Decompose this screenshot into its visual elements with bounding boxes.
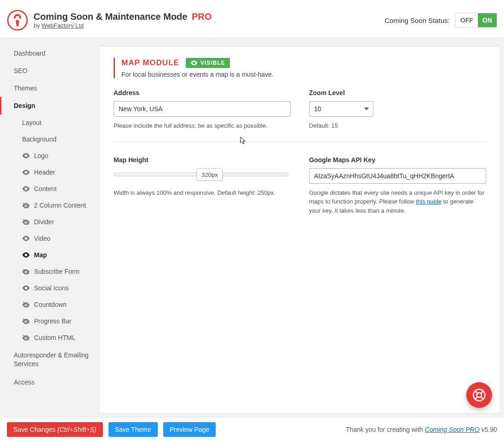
eye-icon [22, 252, 30, 258]
help-fab[interactable] [466, 382, 492, 408]
status-label: Coming Soon Status: [384, 17, 450, 24]
sidebar-sub-label: Layout [22, 119, 41, 126]
save-changes-button[interactable]: Save Changes (Ctrl+Shift+S) [7, 422, 103, 437]
sidebar-item-dashboard[interactable]: Dashboard [0, 45, 99, 62]
visible-badge[interactable]: VISIBLE [186, 58, 230, 68]
address-label: Address [114, 89, 291, 96]
sidebar-sub-item[interactable]: Header [0, 164, 99, 181]
logo-icon [7, 10, 28, 31]
sidebar-item-themes[interactable]: Themes [0, 79, 99, 97]
app-title: Coming Soon & Maintenance Mode PRO [34, 11, 212, 22]
sidebar-sub-label: Background [22, 136, 57, 143]
sidebar-sub-item[interactable]: Countdown [0, 296, 99, 313]
main-panel: MAP MODULE VISIBLE For local businesses … [99, 46, 500, 413]
height-help: Width is always 100% and responsive. Def… [114, 188, 291, 198]
slider-handle[interactable]: 320px [196, 168, 223, 181]
sidebar-sub-item[interactable]: Map [0, 247, 99, 263]
eye-icon [22, 285, 30, 291]
field-divider [114, 141, 486, 142]
sidebar-sub-item[interactable]: Subscribe Form [0, 263, 99, 280]
sidebar-sub-item[interactable]: Content [0, 181, 99, 197]
slider-fill [114, 173, 210, 176]
sidebar-sub-label: Progress Bar [34, 317, 72, 325]
sidebar-sub-label: Countdown [34, 301, 67, 308]
sidebar-sub-item[interactable]: Layout [0, 114, 99, 131]
svg-line-11 [475, 397, 477, 399]
footer-credit: Thank you for creating with Coming Soon … [346, 426, 497, 433]
height-label: Map Height [114, 156, 291, 164]
preview-page-button[interactable]: Preview Page [163, 422, 216, 437]
sidebar-sub-item[interactable]: 2 Column Content [0, 197, 99, 214]
eye-icon [22, 153, 30, 159]
toggle-on[interactable]: ON [478, 13, 497, 27]
address-help: Please include the full address; be as s… [114, 121, 291, 130]
sidebar-sub-item[interactable]: Video [0, 230, 99, 247]
svg-line-12 [481, 397, 483, 399]
toggle-off[interactable]: OFF [456, 13, 478, 27]
apikey-help: Google dictates that every site needs a … [309, 188, 486, 215]
footer-bar: Save Changes (Ctrl+Shift+S) Save Theme P… [0, 417, 504, 441]
sidebar-item-autoresponder[interactable]: Autoresponder & Emailing Services [0, 346, 99, 373]
sidebar-sub-item[interactable]: Background [0, 131, 99, 147]
sidebar-sub-label: Map [34, 251, 47, 259]
eye-off-icon [22, 318, 30, 324]
eye-off-icon [22, 202, 30, 209]
zoom-select[interactable]: 10 [309, 101, 373, 117]
svg-line-10 [481, 391, 483, 393]
status-toggle[interactable]: OFF ON [455, 13, 497, 28]
eye-icon [22, 235, 30, 242]
apikey-input[interactable] [309, 168, 486, 184]
eye-off-icon [22, 301, 30, 308]
zoom-help: Default: 15 [309, 121, 486, 130]
eye-icon [22, 169, 30, 175]
sidebar-sub-label: Social Icons [34, 284, 69, 292]
sidebar-sub-item[interactable]: Divider [0, 214, 99, 230]
eye-icon [190, 60, 198, 66]
workspace: Dashboard SEO Themes Design LayoutBackgr… [0, 38, 504, 417]
footer-credit-link[interactable]: Coming Soon PRO [425, 426, 480, 433]
sidebar-item-access[interactable]: Access [0, 373, 99, 391]
sidebar: Dashboard SEO Themes Design LayoutBackgr… [0, 38, 99, 417]
sidebar-sub-label: Video [34, 235, 51, 242]
form-grid: Address Please include the full address;… [114, 89, 486, 215]
module-desc: For local businesses or events a map is … [121, 71, 486, 78]
eye-icon [22, 186, 30, 192]
sidebar-sub-label: Logo [34, 152, 48, 159]
eye-off-icon [22, 334, 30, 341]
brand: Coming Soon & Maintenance Mode PRO by We… [7, 10, 212, 31]
sidebar-sub-label: Custom HTML [34, 334, 75, 341]
sidebar-item-design[interactable]: Design [0, 97, 99, 114]
module-header: MAP MODULE VISIBLE For local businesses … [114, 58, 486, 78]
top-header: Coming Soon & Maintenance Mode PRO by We… [0, 0, 504, 38]
sidebar-sub-item[interactable]: Custom HTML [0, 329, 99, 346]
sidebar-sub-label: Header [34, 169, 55, 176]
sidebar-sub-label: Divider [34, 218, 54, 226]
app-title-main: Coming Soon & Maintenance Mode [34, 11, 187, 22]
svg-line-9 [475, 391, 477, 393]
module-title: MAP MODULE [121, 58, 179, 68]
sidebar-item-seo[interactable]: SEO [0, 62, 99, 79]
apikey-label: Google Maps API Key [309, 156, 486, 164]
sidebar-sub-label: Subscribe Form [34, 268, 80, 275]
visible-badge-label: VISIBLE [200, 60, 225, 66]
apikey-guide-link[interactable]: this guide [416, 198, 441, 205]
vendor-link[interactable]: WebFactory Ltd [41, 22, 84, 29]
save-theme-button[interactable]: Save Theme [109, 422, 158, 437]
field-map-height: Map Height 320px Width is always 100% an… [114, 156, 291, 215]
brand-text: Coming Soon & Maintenance Mode PRO by We… [34, 11, 212, 29]
lifebuoy-icon [472, 388, 486, 402]
field-address: Address Please include the full address;… [114, 89, 291, 130]
field-zoom: Zoom Level 10 Default: 15 [309, 89, 486, 130]
address-input[interactable] [114, 101, 291, 117]
field-api-key: Google Maps API Key Google dictates that… [309, 156, 486, 215]
zoom-select-wrap[interactable]: 10 [309, 101, 373, 117]
sidebar-sub-label: Content [34, 185, 57, 192]
sidebar-sub-list: LayoutBackgroundLogoHeaderContent2 Colum… [0, 114, 99, 346]
sidebar-after-list: Autoresponder & Emailing Services Access [0, 346, 99, 391]
app-byline: by WebFactory Ltd [34, 22, 212, 29]
app-title-pro: PRO [192, 11, 212, 22]
height-slider[interactable]: 320px [114, 173, 288, 176]
sidebar-sub-item[interactable]: Social Icons [0, 280, 99, 296]
sidebar-sub-item[interactable]: Progress Bar [0, 313, 99, 329]
sidebar-sub-item[interactable]: Logo [0, 147, 99, 164]
